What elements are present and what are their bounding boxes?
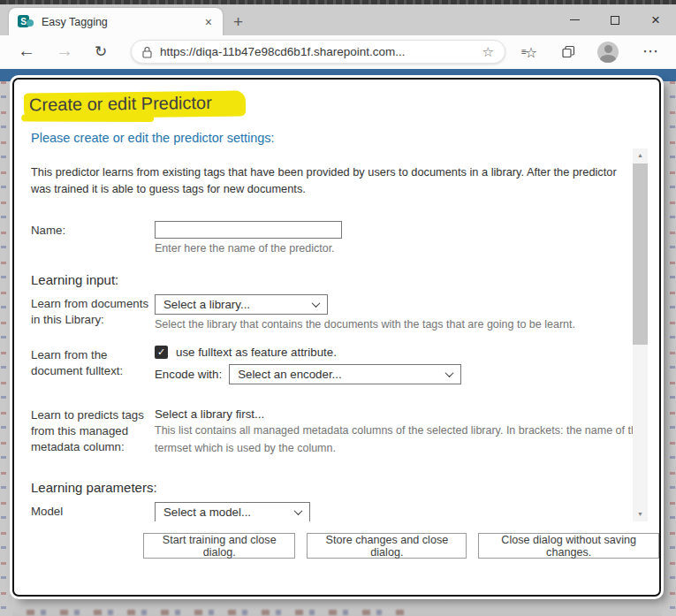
maximize-icon [611, 16, 619, 25]
predictor-dialog: Create or edit Predictor Please create o… [12, 78, 661, 597]
dialog-buttons: Start training and close dialog. Store c… [143, 533, 659, 559]
fulltext-checkbox-label: use fulltext as feature attribute. [176, 346, 337, 359]
model-select[interactable]: Select a model... [155, 502, 310, 521]
encode-with-label: Encode with: [155, 368, 222, 381]
encoder-select[interactable]: Select an encoder... [229, 364, 461, 384]
url-text[interactable]: https://diqa-11b47e98cd6b1f.sharepoint.c… [160, 45, 475, 58]
scroll-down-icon[interactable]: ▼ [633, 508, 648, 521]
window-maximize-button[interactable] [595, 4, 635, 35]
lock-icon [142, 46, 152, 58]
check-icon: ✓ [157, 347, 165, 357]
name-label: Name: [31, 221, 155, 255]
library-select[interactable]: Select a library... [155, 294, 328, 315]
background-page-fragment-right [670, 81, 675, 616]
name-input[interactable] [155, 221, 342, 239]
page-background: Create or edit Predictor Please create o… [0, 69, 676, 616]
dialog-title: Create or edit Predictor [24, 92, 659, 118]
background-page-fragment-left [1, 81, 6, 616]
profile-avatar[interactable] [597, 42, 619, 63]
library-label: Learn from documentsin this Library: [31, 294, 155, 331]
start-training-button[interactable]: Start training and close dialog. [143, 533, 295, 559]
intro-text: This predictor learns from existing tags… [31, 164, 624, 197]
dialog-subtitle: Please create or edit the predictor sett… [31, 131, 659, 145]
scrollbar-thumb[interactable] [633, 164, 648, 345]
chevron-down-icon [294, 506, 303, 515]
refresh-button[interactable]: ↻ [95, 42, 107, 61]
add-favorite-icon[interactable]: ☆ [482, 44, 494, 60]
metadata-helper: This list contains all managed metadata … [155, 422, 659, 457]
minimize-icon [570, 19, 580, 21]
fulltext-checkbox[interactable]: ✓ [155, 346, 168, 359]
name-row: Name: Enter here the name of the predict… [31, 221, 659, 255]
metadata-row: Learn to predicts tagsfrom this managedm… [31, 406, 659, 457]
metadata-label: Learn to predicts tagsfrom this managedm… [31, 406, 155, 457]
store-changes-button[interactable]: Store changes and close dialog. [307, 533, 467, 559]
dialog-scrollbar[interactable]: ▲ ▼ [633, 148, 648, 521]
dialog-title-text: Create or edit Predictor [29, 93, 212, 115]
fulltext-label: Learn from thedocument fulltext: [31, 346, 155, 384]
address-bar[interactable]: https://diqa-11b47e98cd6b1f.sharepoint.c… [131, 40, 505, 64]
collections-icon[interactable] [562, 45, 576, 63]
browser-toolbar: ← → ↻ https://diqa-11b47e98cd6b1f.sharep… [0, 35, 676, 69]
back-button[interactable]: ← [18, 41, 35, 61]
browser-tab[interactable]: S Easy Tagging × [9, 8, 223, 35]
name-helper: Enter here the name of the predictor. [155, 242, 659, 255]
library-row: Learn from documentsin this Library: Sel… [31, 294, 659, 331]
dialog-scroll-area: This predictor learns from existing tags… [14, 148, 659, 521]
window-controls: × [554, 4, 676, 35]
browser-window: S Easy Tagging × + × ← → ↻ https://diqa-… [0, 0, 676, 616]
model-select-value: Select a model... [163, 506, 251, 519]
favorites-icon[interactable]: ≡☆ [521, 44, 537, 61]
encoder-select-value: Select an encoder... [238, 368, 342, 381]
model-label: Model [31, 502, 155, 521]
fulltext-row: Learn from thedocument fulltext: ✓ use f… [31, 346, 659, 384]
library-select-value: Select a library... [163, 298, 250, 311]
avatar-head [604, 45, 612, 53]
background-page-text-smudge [27, 610, 406, 615]
tab-close-icon[interactable]: × [203, 15, 214, 29]
browser-titlebar: S Easy Tagging × + × [0, 4, 676, 35]
library-helper: Select the library that contains the doc… [155, 318, 659, 331]
close-dialog-button[interactable]: Close dialog without saving changes. [478, 533, 659, 559]
tab-title: Easy Tagging [42, 16, 203, 28]
metadata-column-value: Select a library first... [155, 406, 659, 421]
scroll-up-icon[interactable]: ▲ [633, 149, 648, 162]
yellow-highlight: Create or edit Predictor [24, 90, 246, 118]
forward-button[interactable]: → [56, 41, 73, 61]
new-tab-button[interactable]: + [233, 12, 243, 32]
window-close-button[interactable]: × [635, 4, 676, 35]
chevron-down-icon [445, 369, 454, 378]
window-minimize-button[interactable] [554, 4, 595, 35]
favicon-dot [27, 19, 34, 27]
browser-menu-icon[interactable]: ⋯ [642, 42, 658, 61]
learning-parameters-heading: Learning parameters: [31, 480, 659, 495]
sharepoint-favicon-icon: S [18, 14, 34, 29]
chevron-down-icon [312, 300, 321, 308]
model-row: Model Select a model... [31, 502, 659, 521]
learning-input-heading: Learning input: [31, 272, 659, 287]
avatar-body [600, 55, 616, 63]
